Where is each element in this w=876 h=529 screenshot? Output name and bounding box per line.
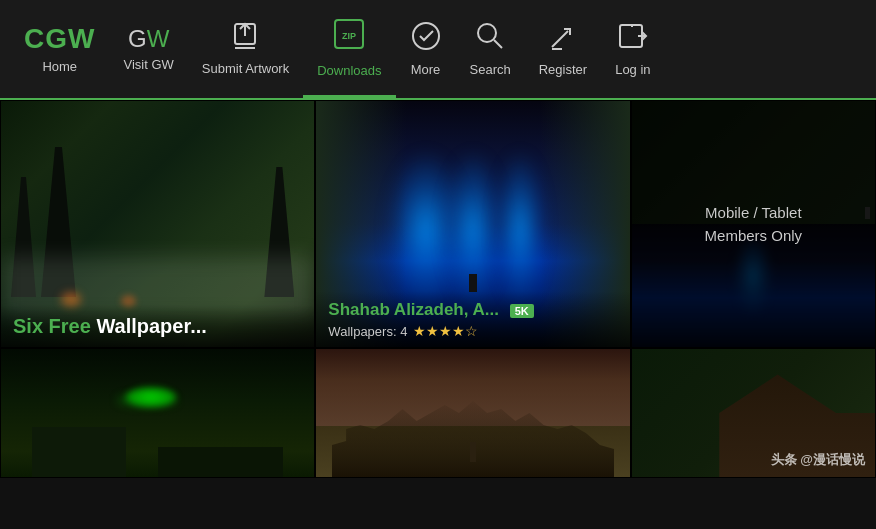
overlay-text: Mobile / Tablet Members Only <box>705 204 803 244</box>
nav-downloads-label: Downloads <box>317 63 381 78</box>
card2-title-text: Shahab Alizadeh, A... <box>328 300 499 319</box>
card1-title-six: Six <box>13 315 43 337</box>
downloads-icon: ZIP <box>332 18 366 57</box>
card2-title: Shahab Alizadeh, A... 5K <box>328 299 617 321</box>
mobile-tablet-text: Mobile / Tablet <box>705 204 803 221</box>
svg-line-8 <box>552 31 568 47</box>
figure-city <box>470 442 476 462</box>
svg-point-6 <box>478 24 496 42</box>
login-icon <box>618 21 648 56</box>
watermark: 头条 @漫话慢说 <box>771 451 865 469</box>
card1-title-free-word: Free <box>49 315 91 337</box>
content-grid: Six Free Wallpaper... Shahab Alizadeh, A… <box>0 100 876 478</box>
card2-stars: ★★★★☆ <box>413 323 478 339</box>
svg-line-7 <box>494 40 502 48</box>
card-ufo[interactable] <box>0 348 315 478</box>
card1-title: Six Free Wallpaper... <box>13 313 302 339</box>
figure <box>469 274 477 292</box>
nav-home[interactable]: CGW Home <box>10 0 109 98</box>
register-icon <box>548 21 578 56</box>
ufo-shadow <box>117 394 177 406</box>
nav-home-label: Home <box>42 59 77 74</box>
search-icon <box>475 21 505 56</box>
nav-register[interactable]: Register <box>525 0 601 98</box>
nav-login-label: Log in <box>615 62 650 77</box>
card-bottom-right[interactable]: 头条 @漫话慢说 <box>631 348 876 478</box>
nav-search[interactable]: Search <box>456 0 525 98</box>
card1-label: Six Free Wallpaper... <box>1 305 314 347</box>
nav-more-label: More <box>411 62 441 77</box>
more-icon <box>411 21 441 56</box>
nav-submit-artwork[interactable]: Submit Artwork <box>188 0 303 98</box>
card1-title-wallpaper-word: Wallpaper... <box>96 315 206 337</box>
card2-badge: 5K <box>510 304 534 318</box>
blue-glow-right <box>495 150 545 310</box>
visit-gw-icon: GW <box>128 27 169 51</box>
building2 <box>158 447 283 477</box>
card2-sub: Wallpapers: 4 ★★★★☆ <box>328 323 617 339</box>
card2-label: Shahab Alizadeh, A... 5K Wallpapers: 4 ★… <box>316 291 629 347</box>
card-split-container: Mobile / Tablet Members Only <box>631 100 876 348</box>
nav-visit-gw[interactable]: GW Visit GW <box>109 0 187 98</box>
submit-artwork-icon <box>231 22 259 55</box>
nav-submit-artwork-label: Submit Artwork <box>202 61 289 76</box>
nav-login[interactable]: Log in <box>601 0 664 98</box>
card-ancient-city[interactable] <box>315 348 630 478</box>
members-overlay: Mobile / Tablet Members Only <box>632 101 875 347</box>
card-shahab[interactable]: Shahab Alizadeh, A... 5K Wallpapers: 4 ★… <box>315 100 630 348</box>
card2-wallpapers: Wallpapers: 4 <box>328 324 407 339</box>
nav-register-label: Register <box>539 62 587 77</box>
nav-search-label: Search <box>470 62 511 77</box>
svg-text:ZIP: ZIP <box>342 31 356 41</box>
nav-visit-gw-label: Visit GW <box>123 57 173 72</box>
building1 <box>32 427 126 477</box>
nav-downloads[interactable]: ZIP Downloads <box>303 0 395 98</box>
card-six-wallpaper[interactable]: Six Free Wallpaper... <box>0 100 315 348</box>
nav-more[interactable]: More <box>396 0 456 98</box>
navbar: CGW Home GW Visit GW Submit Artwork ZIP … <box>0 0 876 100</box>
cgw-logo: CGW <box>24 25 95 53</box>
members-only-text: Members Only <box>705 227 803 244</box>
svg-point-5 <box>413 23 439 49</box>
